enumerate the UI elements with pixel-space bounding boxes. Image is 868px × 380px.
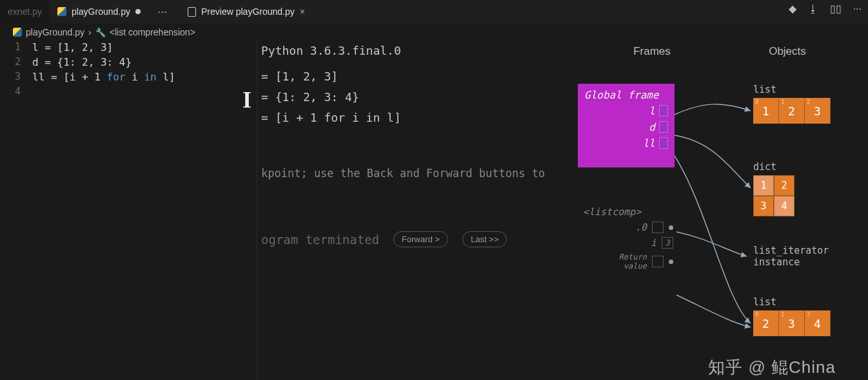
- breadcrumb-scope[interactable]: <list comprehension>: [110, 27, 195, 37]
- open-preview-icon[interactable]: ⭳: [808, 3, 818, 15]
- code-text: ll = [i + 1 for i in l]: [32, 71, 175, 83]
- object-list-1: list 1 2 3: [753, 84, 831, 124]
- line-number: 1: [0, 41, 32, 53]
- split-editor-icon[interactable]: ▯▯: [830, 3, 842, 15]
- object-dict: dict 12 34: [753, 161, 794, 216]
- tabs-overflow-button[interactable]: ···: [148, 5, 176, 19]
- text-cursor-icon: I: [242, 86, 252, 113]
- breadcrumb-sep: ›: [88, 27, 92, 37]
- breadcrumb: playGround.py › 🔧 <list comprehension>: [0, 23, 868, 39]
- line-number: 2: [0, 56, 32, 68]
- preview-panel: Python 3.6.3.final.0 = [1, 2, 3] = {1: 2…: [257, 39, 571, 380]
- more-actions-icon[interactable]: ···: [853, 3, 862, 15]
- preview-code: = [1, 2, 3] = {1: 2, 3: 4} = [i + 1 for …: [257, 66, 571, 128]
- tab-label: Preview playGround.py: [201, 6, 295, 17]
- close-icon[interactable]: ×: [300, 6, 305, 17]
- file-icon: [188, 7, 196, 17]
- hint-text: kpoint; use the Back and Forward buttons…: [257, 167, 571, 180]
- code-editor[interactable]: 1l = [1, 2, 3] 2d = {1: 2, 3: 4} 3ll = […: [0, 39, 257, 380]
- tab-preview[interactable]: Preview playGround.py ×: [180, 0, 313, 23]
- source-control-icon[interactable]: ◆: [789, 3, 796, 15]
- python-icon: [57, 7, 66, 16]
- listcomp-frame: <listcomp> .0 i3 Return value: [583, 206, 673, 274]
- python-icon: [13, 28, 22, 37]
- status-text: ogram terminated: [261, 233, 379, 247]
- tab-label: playGround.py: [72, 6, 130, 17]
- code-text: l = [1, 2, 3]: [32, 41, 113, 53]
- title-actions: ◆ ⭳ ▯▯ ···: [789, 3, 862, 15]
- last-button[interactable]: Last >>: [462, 231, 507, 247]
- frames-panel: Frames Objects Global frame l d ll <list…: [571, 39, 868, 380]
- tab-exnet[interactable]: exnet.py: [0, 0, 50, 23]
- global-frame: Global frame l d ll: [578, 84, 675, 167]
- breadcrumb-file[interactable]: playGround.py: [26, 27, 84, 37]
- python-version: Python 3.6.3.final.0: [257, 43, 571, 59]
- tab-playground[interactable]: playGround.py: [50, 0, 148, 23]
- object-iterator: list_iterator instance: [753, 245, 829, 268]
- global-frame-title: Global frame: [584, 89, 668, 101]
- line-number: 4: [0, 86, 32, 97]
- forward-button[interactable]: Forward >: [393, 231, 448, 247]
- wrench-icon: 🔧: [95, 28, 106, 37]
- tab-label: exnet.py: [8, 6, 42, 17]
- code-text: d = {1: 2, 3: 4}: [32, 56, 132, 68]
- object-list-2: list 2 3 4: [753, 296, 831, 336]
- modified-dot-icon: [135, 9, 141, 14]
- tab-bar: exnet.py playGround.py ··· Preview playG…: [0, 0, 868, 23]
- objects-header: Objects: [769, 45, 806, 58]
- watermark: 知乎 @ 鲲China: [708, 356, 836, 379]
- line-number: 3: [0, 71, 32, 83]
- frames-header: Frames: [633, 45, 671, 58]
